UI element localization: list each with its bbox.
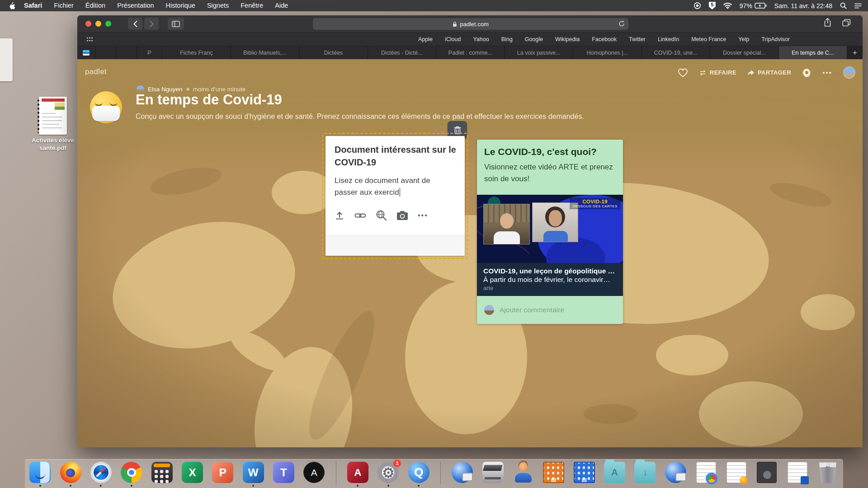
tab-pinned[interactable]: [77, 46, 95, 59]
dock-word[interactable]: W: [241, 462, 265, 487]
tab-covid19-une[interactable]: COVID-19, une...: [642, 46, 711, 59]
dock-minimized-window-firefox[interactable]: [725, 462, 748, 487]
zoom-window-button[interactable]: [105, 21, 111, 27]
dock-building-orange[interactable]: [542, 462, 566, 487]
favorites-grid-icon[interactable]: [86, 37, 94, 42]
forward-button[interactable]: [144, 18, 159, 30]
wifi-icon[interactable]: [723, 3, 732, 9]
favorite-link[interactable]: Google: [525, 36, 543, 42]
tab-small[interactable]: [95, 46, 116, 59]
remake-button[interactable]: REFAIRE: [699, 69, 736, 76]
dock-system-preferences[interactable]: 1: [377, 462, 400, 487]
menu-safari[interactable]: Safari: [18, 0, 48, 11]
padlet-logo[interactable]: padlet: [85, 67, 107, 76]
tab-dictees-dictee[interactable]: Dictées - Dicté...: [368, 46, 437, 59]
dock-folder-applications[interactable]: A: [603, 462, 627, 487]
dock-divider[interactable]: [333, 462, 339, 488]
dock-firefox[interactable]: [59, 462, 82, 487]
tab-padlet-comment[interactable]: Padlet : comme...: [436, 46, 505, 59]
notification-center-icon[interactable]: [854, 3, 862, 9]
dock-excel[interactable]: X: [180, 462, 204, 487]
favorite-link[interactable]: TripAdvisor: [761, 36, 790, 42]
tab-overview-icon[interactable]: [842, 19, 851, 27]
battery-indicator[interactable]: 97%: [740, 2, 767, 9]
dock-safari[interactable]: [89, 462, 113, 487]
favorite-link[interactable]: Yelp: [738, 36, 749, 42]
close-window-button[interactable]: [85, 21, 91, 27]
dock-minimized-document-word[interactable]: [786, 462, 809, 487]
like-heart-icon[interactable]: [678, 68, 688, 77]
favorite-link[interactable]: Yahoo: [473, 36, 489, 42]
dock-divider[interactable]: [437, 462, 443, 488]
menu-edition[interactable]: Édition: [80, 0, 111, 11]
menubar-clock[interactable]: Sam. 11 avr. à 22:48: [774, 2, 832, 9]
back-button[interactable]: [128, 18, 142, 30]
dock-trash[interactable]: [816, 462, 840, 487]
favorite-link[interactable]: LinkedIn: [658, 36, 679, 42]
reload-icon[interactable]: [618, 20, 625, 27]
post-body-editing[interactable]: Lisez ce document avant de passer aux ex…: [335, 175, 448, 199]
dock-quicktime[interactable]: Q: [407, 462, 430, 487]
video-thumbnail[interactable]: COVID-19 DESSOUS DES CARTES: [477, 195, 623, 263]
tab-biblio-manuels[interactable]: Biblio Manuels,...: [231, 46, 300, 59]
tab-dossier-special[interactable]: Dossier spécial...: [710, 46, 779, 59]
menu-historique[interactable]: Historique: [160, 0, 201, 11]
dock-chrome[interactable]: [120, 462, 143, 487]
favorite-link[interactable]: Meteo France: [691, 36, 726, 42]
desktop-partial-icon[interactable]: [0, 38, 13, 81]
new-tab-button[interactable]: +: [847, 46, 863, 59]
menu-fenetre[interactable]: Fenêtre: [235, 0, 269, 11]
shield-5-icon[interactable]: 5: [709, 2, 716, 9]
menu-presentation[interactable]: Présentation: [111, 0, 160, 11]
screen-recording-icon[interactable]: [693, 2, 701, 9]
favorite-link[interactable]: Facebook: [592, 36, 617, 42]
dock-globe-app[interactable]: [451, 462, 474, 487]
tab-small[interactable]: [116, 46, 137, 59]
favorite-link[interactable]: Wikipedia: [555, 36, 580, 42]
post-card-document[interactable]: Document intéressant sur le COVID-19 Lis…: [322, 133, 468, 259]
desktop-file-activites-sante-pdf[interactable]: Activités élève santé.pdf: [26, 97, 80, 152]
more-attachments-icon[interactable]: •••: [418, 211, 428, 220]
spotlight-search-icon[interactable]: [840, 2, 847, 9]
camera-icon[interactable]: [396, 211, 408, 221]
menu-fichier[interactable]: Fichier: [48, 0, 80, 11]
web-search-icon[interactable]: [376, 210, 387, 221]
favorite-link[interactable]: iCloud: [445, 36, 461, 42]
menu-aide[interactable]: Aide: [269, 0, 294, 11]
tab-fiches-francais[interactable]: Fiches Franç: [162, 46, 231, 59]
tab-voix-passive[interactable]: La voix passive...: [505, 46, 574, 59]
dock-folder-downloads[interactable]: ↓: [633, 462, 657, 487]
favorite-link[interactable]: Bing: [501, 36, 513, 42]
user-avatar[interactable]: [843, 66, 855, 79]
dock-support-agent[interactable]: [512, 462, 535, 487]
post-title[interactable]: Document intéressant sur le COVID-19: [335, 143, 458, 169]
share-icon[interactable]: [824, 18, 831, 27]
tab-en-temps-de-covid[interactable]: En temps de C...: [779, 46, 848, 59]
upload-icon[interactable]: [334, 210, 345, 221]
dock-teams[interactable]: T: [272, 462, 295, 487]
dock-acrobat[interactable]: A: [346, 462, 369, 487]
dock-building-blue[interactable]: [572, 462, 596, 487]
dock-powerpoint[interactable]: P: [211, 462, 235, 487]
dock-globe-app-2[interactable]: [664, 462, 687, 487]
dock-calculator[interactable]: [150, 462, 174, 487]
sidebar-toggle-button[interactable]: [168, 18, 184, 30]
dock-appstore[interactable]: A: [302, 462, 326, 487]
add-comment-row[interactable]: Ajouter commentaire: [477, 296, 623, 324]
tab-dictees[interactable]: Dictées: [299, 46, 368, 59]
dock-scanner[interactable]: [481, 462, 505, 487]
tab-homophones[interactable]: Homophones |...: [573, 46, 642, 59]
favorite-link[interactable]: Twitter: [629, 36, 646, 42]
link-icon[interactable]: [354, 210, 366, 221]
post-card-video[interactable]: Le COVID-19, c'est quoi? Visionnez cette…: [477, 140, 623, 324]
favorite-link[interactable]: Apple: [418, 36, 433, 42]
more-options-icon[interactable]: •••: [822, 69, 832, 76]
share-button[interactable]: PARTAGER: [747, 69, 791, 76]
apple-menu-icon[interactable]: [9, 2, 15, 9]
minimize-window-button[interactable]: [95, 21, 101, 27]
menu-signets[interactable]: Signets: [201, 0, 235, 11]
address-bar[interactable]: padlet.com: [313, 18, 628, 30]
tab-p[interactable]: P: [137, 46, 162, 59]
video-meta[interactable]: COVID-19, une leçon de géopolitique … À …: [477, 263, 623, 296]
settings-gear-icon[interactable]: [802, 68, 811, 77]
